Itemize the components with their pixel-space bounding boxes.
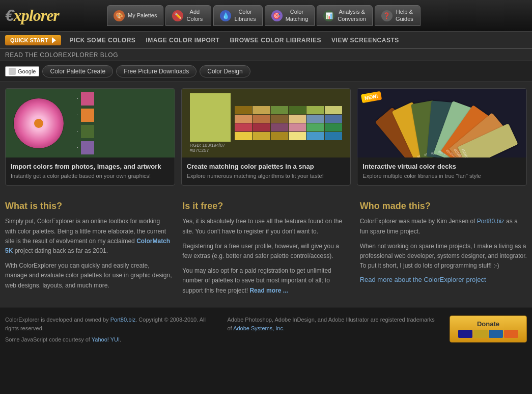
logo: €xplorer xyxy=(5,6,59,24)
google-label: Google xyxy=(18,68,36,74)
palette-card-title: Create matching color palettes in a snap xyxy=(187,163,346,170)
add-colors-icon: ✏️ xyxy=(172,10,183,21)
col-who-made-this: Who made this? ColorExplorer was made by… xyxy=(360,196,527,300)
colorexplorer-project-link[interactable]: Read more about the ColorExplorer projec… xyxy=(360,276,486,283)
visa-icon xyxy=(458,330,472,338)
main-content: Import colors from photos, images, and a… xyxy=(0,82,532,307)
footer-port80-link[interactable]: Port80.biz xyxy=(110,317,136,323)
nav-tab-color-matching[interactable]: 🎯 ColorMatching xyxy=(265,5,315,25)
content-sections: What is this? Simply put, ColorExplorer … xyxy=(5,196,527,300)
import-card-image xyxy=(6,89,175,157)
quick-start-arrow-icon xyxy=(52,37,56,43)
qnav-pick-colors[interactable]: PICK SOME COLORS xyxy=(69,37,135,44)
virtual-card-desc: Explore multiple color libraries in true… xyxy=(362,172,521,180)
what-is-this-p1: Simply put, ColorExplorer is an online t… xyxy=(5,217,172,256)
who-made-this-p1: ColorExplorer was made by Kim Jensen of … xyxy=(360,217,527,236)
footer-adobe-text: Adobe Photoshop, Adobe InDesign, and Ado… xyxy=(228,316,440,333)
color-matching-label: ColorMatching xyxy=(286,9,309,22)
qnav-image-import[interactable]: IMAGE COLOR IMPORT xyxy=(146,37,219,44)
import-card-body: Import colors from photos, images, and a… xyxy=(6,157,175,185)
nav-tabs: 🎨 My Palettes ✏️ AddColors 💧 ColorLibrar… xyxy=(107,5,527,25)
color-libraries-label: ColorLibraries xyxy=(234,9,256,22)
header: €xplorer 🎨 My Palettes ✏️ AddColors 💧 Co… xyxy=(0,0,532,32)
donate-button[interactable]: Donate xyxy=(450,316,527,343)
is-it-free-p3: You may also opt for a paid registration… xyxy=(182,266,349,296)
my-palettes-icon: 🎨 xyxy=(114,10,125,21)
footer-t4: . xyxy=(120,336,121,343)
virtual-card-image: NEW! #8B4513#DAA520#556B2F#2F4F4F#8FBC8F… xyxy=(357,89,526,157)
virtual-card-body: Interactive virtual color decks Explore … xyxy=(357,157,526,185)
tab-color-palette-label: Color Palette Create xyxy=(50,68,105,75)
mc-icon xyxy=(473,330,488,338)
blog-bar: READ THE COLOREXPLORER BLOG xyxy=(0,49,532,61)
what-is-this-p1-end: project dating back as far as 2001. xyxy=(13,247,108,254)
amex-icon xyxy=(489,330,503,338)
feature-card-virtual: NEW! #8B4513#DAA520#556B2F#2F4F4F#8FBC8F… xyxy=(357,88,527,186)
footer-t3: Some JavaScript code courtesy of xyxy=(5,336,92,343)
footer-donate-col: Donate xyxy=(450,316,527,343)
color-matching-icon: 🎯 xyxy=(271,10,283,21)
feature-card-palette: RGB: 183/194/87 #B7C257 Create matching … xyxy=(181,88,351,186)
logo-area: €xplorer xyxy=(5,6,107,25)
footer: ColorExplorer is developed and owned by … xyxy=(0,307,532,353)
who-made-this-title: Who made this? xyxy=(360,201,527,212)
qnav-browse-libraries[interactable]: BROWSE COLOR LIBRARIES xyxy=(230,37,321,44)
palette-card-body: Create matching color palettes in a snap… xyxy=(182,157,351,185)
import-card-desc: Instantly get a color palette based on y… xyxy=(11,172,170,180)
virtual-card-title: Interactive virtual color decks xyxy=(362,163,521,170)
tabs-row: Google Color Palette Create Free Picture… xyxy=(0,61,532,82)
add-colors-label: AddColors xyxy=(186,9,203,22)
who-made-this-p2: When not working on spare time projects,… xyxy=(360,242,527,271)
tab-color-palette[interactable]: Color Palette Create xyxy=(42,65,113,77)
palette-card-image: RGB: 183/194/87 #B7C257 xyxy=(182,89,351,157)
footer-t1: ColorExplorer is developed and owned by xyxy=(5,317,110,323)
is-it-free-p2: Registering for a free user profile, how… xyxy=(182,242,349,261)
port80-link-main[interactable]: Port80.biz xyxy=(477,218,505,225)
what-is-this-p2: With ColorExplorer you can quickly and e… xyxy=(5,261,172,291)
donate-card-icons xyxy=(458,330,518,338)
nav-tab-analysis[interactable]: 📊 Analysis &Conversion xyxy=(317,5,373,25)
analysis-label: Analysis &Conversion xyxy=(338,9,366,22)
blog-link[interactable]: READ THE COLOREXPLORER BLOG xyxy=(5,51,118,59)
footer-col-2: Adobe Photoshop, Adobe InDesign, and Ado… xyxy=(228,316,440,333)
quick-start-badge: QUICK START xyxy=(5,35,61,45)
import-card-title: Import colors from photos, images, and a… xyxy=(11,163,170,170)
qnav-screencasts[interactable]: VIEW SCREENCASTS xyxy=(331,37,399,44)
quick-start-label: QUICK START xyxy=(10,37,48,43)
who-made-p1-text: ColorExplorer was made by Kim Jensen of xyxy=(360,218,477,225)
feature-cards: Import colors from photos, images, and a… xyxy=(5,88,527,186)
footer-col-1: ColorExplorer is developed and owned by … xyxy=(5,316,217,345)
discover-icon xyxy=(504,330,518,338)
palette-card-desc: Explore numerous matching algorithms to … xyxy=(187,172,346,180)
logo-e-char: € xyxy=(5,6,14,24)
help-label: Help &Guides xyxy=(396,9,413,22)
tab-color-design[interactable]: Color Design xyxy=(200,65,250,77)
nav-tab-help[interactable]: ❓ Help &Guides xyxy=(375,5,421,25)
google-icon xyxy=(9,68,16,75)
col-is-it-free: Is it free? Yes, it is absolutely free t… xyxy=(182,196,349,300)
google-search-box[interactable]: Google xyxy=(5,66,39,76)
my-palettes-label: My Palettes xyxy=(128,12,157,19)
footer-yahoo-link[interactable]: Yahoo! YUI xyxy=(92,336,120,343)
is-it-free-title: Is it free? xyxy=(182,201,349,212)
footer-adobe-link[interactable]: Adobe Systems, Inc. xyxy=(233,325,285,331)
help-icon: ❓ xyxy=(381,10,393,21)
what-is-this-title: What is this? xyxy=(5,201,172,212)
col-what-is-this: What is this? Simply put, ColorExplorer … xyxy=(5,196,172,300)
tab-free-pictures-label: Free Picture Downloads xyxy=(124,68,189,75)
analysis-icon: 📊 xyxy=(323,10,334,21)
color-libraries-icon: 💧 xyxy=(220,10,231,21)
tab-color-design-label: Color Design xyxy=(207,68,242,75)
footer-text-2: Some JavaScript code courtesy of Yahoo! … xyxy=(5,335,217,345)
read-more-link[interactable]: Read more ... xyxy=(249,287,288,294)
tab-free-pictures[interactable]: Free Picture Downloads xyxy=(116,65,197,77)
nav-tab-add-colors[interactable]: ✏️ AddColors xyxy=(165,5,211,25)
donate-label: Donate xyxy=(477,320,499,328)
feature-card-import: Import colors from photos, images, and a… xyxy=(5,88,175,186)
nav-tab-my-palettes[interactable]: 🎨 My Palettes xyxy=(107,5,163,25)
is-it-free-p1: Yes, it is absolutely free to use all th… xyxy=(182,217,349,236)
logo-main-text: xplorer xyxy=(14,6,59,24)
quicknav-bar: QUICK START PICK SOME COLORS IMAGE COLOR… xyxy=(0,32,532,49)
nav-tab-color-libraries[interactable]: 💧 ColorLibraries xyxy=(213,5,262,25)
footer-text-1: ColorExplorer is developed and owned by … xyxy=(5,316,217,333)
